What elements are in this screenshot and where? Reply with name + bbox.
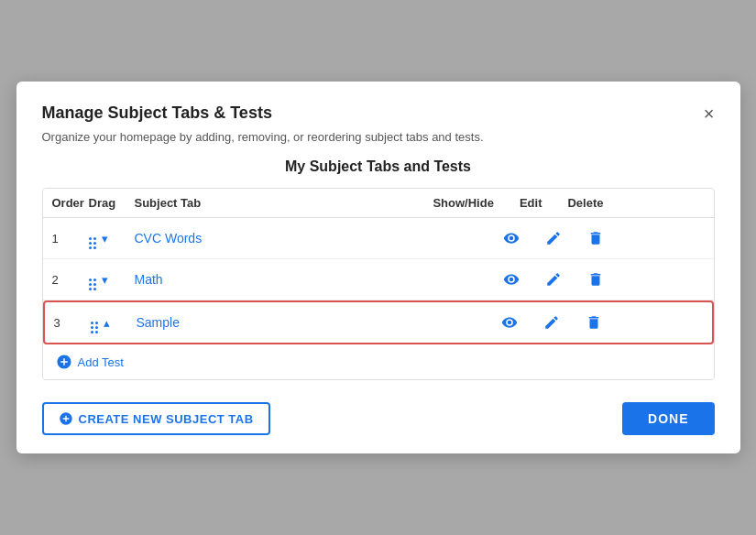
drag-chevron-3: ▴ (91, 311, 137, 333)
delete-button-1[interactable] (587, 230, 604, 246)
modal-overlay: Manage Subject Tabs & Tests × Organize y… (0, 0, 756, 535)
col-actions: Show/Hide Edit Delete (531, 196, 604, 210)
col-delete: Delete (567, 196, 603, 210)
row-label-2: Math (135, 272, 531, 287)
drag-handle-3[interactable] (91, 311, 98, 333)
col-drag: Drag (89, 196, 135, 210)
drag-chevron-2: ▾ (89, 268, 135, 290)
chevron-button-3[interactable]: ▴ (100, 316, 114, 330)
delete-button-2[interactable] (587, 271, 604, 288)
chevron-button-2[interactable]: ▾ (98, 273, 112, 287)
drag-chevron-1: ▾ (89, 227, 135, 249)
row-actions-2 (531, 271, 604, 288)
show-hide-button-3[interactable] (501, 314, 518, 331)
create-subject-tab-button[interactable]: CREATE NEW SUBJECT TAB (42, 402, 270, 435)
row-actions-3 (529, 314, 602, 331)
modal-subtitle: Organize your homepage by adding, removi… (42, 130, 715, 144)
col-edit: Edit (520, 196, 542, 210)
table-row: 2 ▾ Math (43, 259, 714, 300)
col-order: Order (52, 196, 89, 210)
modal: Manage Subject Tabs & Tests × Organize y… (16, 82, 740, 453)
row-label-1: CVC Words (135, 231, 531, 246)
row-label-3: Sample (137, 315, 529, 330)
add-test-row: Add Test (43, 344, 714, 379)
table-row-highlighted: 3 ▴ Sample (43, 300, 714, 344)
edit-button-2[interactable] (545, 271, 562, 288)
modal-footer: CREATE NEW SUBJECT TAB DONE (42, 402, 715, 435)
add-test-button[interactable]: Add Test (56, 354, 124, 370)
col-show-hide: Show/Hide (433, 196, 493, 210)
show-hide-button-1[interactable] (503, 230, 520, 246)
section-title: My Subject Tabs and Tests (42, 158, 715, 175)
table-row: 1 ▾ CVC Words (43, 218, 714, 259)
drag-handle-1[interactable] (89, 227, 96, 249)
edit-button-3[interactable] (543, 314, 560, 331)
show-hide-button-2[interactable] (503, 271, 520, 288)
chevron-button-1[interactable]: ▾ (98, 232, 112, 246)
row-order-3: 3 (54, 316, 91, 330)
modal-header: Manage Subject Tabs & Tests × (42, 104, 715, 123)
drag-handle-2[interactable] (89, 268, 96, 290)
add-test-label: Add Test (78, 355, 124, 369)
create-tab-label: CREATE NEW SUBJECT TAB (79, 412, 254, 426)
modal-title: Manage Subject Tabs & Tests (42, 104, 272, 123)
done-button[interactable]: DONE (622, 402, 714, 435)
delete-button-3[interactable] (586, 314, 602, 331)
row-order-1: 1 (52, 232, 89, 246)
close-button[interactable]: × (704, 104, 715, 123)
table-header: Order Drag Subject Tab Show/Hide Edit De… (43, 189, 714, 218)
row-order-2: 2 (52, 273, 89, 287)
row-actions-1 (531, 230, 604, 246)
edit-button-1[interactable] (545, 230, 562, 246)
subject-table: Order Drag Subject Tab Show/Hide Edit De… (42, 188, 715, 380)
